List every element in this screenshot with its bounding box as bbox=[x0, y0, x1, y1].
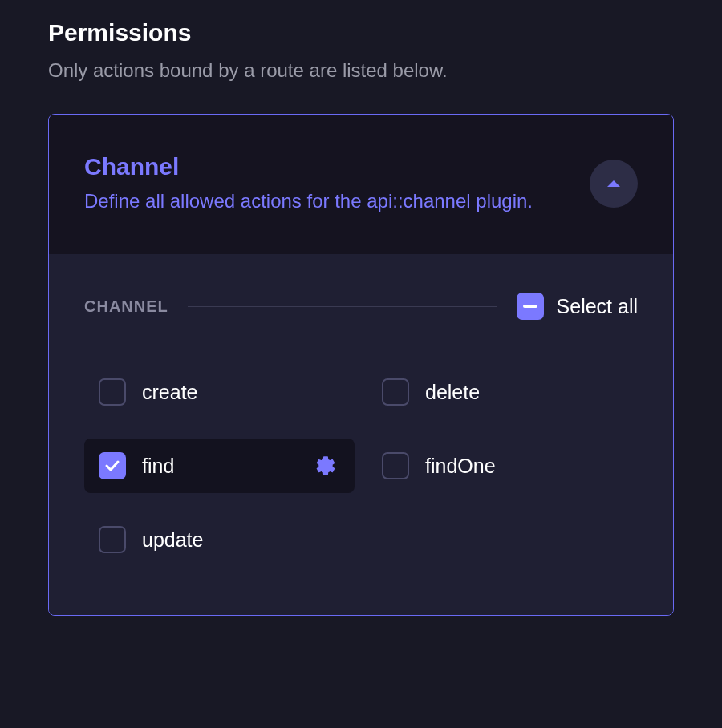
checkbox-findone[interactable] bbox=[382, 452, 409, 479]
group-header: CHANNEL Select all bbox=[84, 293, 638, 320]
permissions-panel: Channel Define all allowed actions for t… bbox=[48, 114, 674, 616]
panel-title: Channel bbox=[84, 153, 570, 180]
checkbox-find[interactable] bbox=[99, 452, 126, 479]
action-label: create bbox=[142, 381, 340, 404]
action-item-create[interactable]: create bbox=[84, 365, 355, 419]
settings-button-find[interactable] bbox=[311, 451, 340, 480]
svg-rect-0 bbox=[523, 305, 537, 308]
panel-description: Define all allowed actions for the api::… bbox=[84, 187, 570, 216]
panel-header-text: Channel Define all allowed actions for t… bbox=[84, 153, 570, 216]
indeterminate-icon bbox=[523, 305, 537, 308]
action-item-update[interactable]: update bbox=[84, 512, 355, 567]
page-title: Permissions bbox=[48, 19, 674, 47]
select-all-checkbox[interactable] bbox=[517, 293, 544, 320]
divider bbox=[188, 306, 497, 307]
gear-icon bbox=[314, 455, 337, 477]
action-label: findOne bbox=[425, 455, 623, 478]
chevron-up-icon bbox=[606, 179, 621, 188]
group-label: CHANNEL bbox=[84, 297, 168, 316]
page-subtitle: Only actions bound by a route are listed… bbox=[48, 59, 674, 82]
checkbox-create[interactable] bbox=[99, 378, 126, 406]
checkbox-update[interactable] bbox=[99, 526, 126, 553]
checkbox-delete[interactable] bbox=[382, 378, 409, 406]
action-item-find[interactable]: find bbox=[84, 439, 355, 493]
panel-body: CHANNEL Select all bbox=[49, 254, 673, 615]
action-label: update bbox=[142, 528, 340, 552]
select-all-label: Select all bbox=[557, 295, 638, 318]
check-icon bbox=[104, 458, 120, 474]
panel-header: Channel Define all allowed actions for t… bbox=[49, 115, 673, 254]
actions-grid: create delete find bbox=[84, 365, 638, 567]
action-label: delete bbox=[425, 381, 623, 404]
action-item-findone[interactable]: findOne bbox=[367, 439, 638, 493]
action-item-delete[interactable]: delete bbox=[367, 365, 638, 419]
collapse-button[interactable] bbox=[590, 160, 638, 208]
select-all[interactable]: Select all bbox=[517, 293, 638, 320]
action-label: find bbox=[142, 455, 295, 478]
